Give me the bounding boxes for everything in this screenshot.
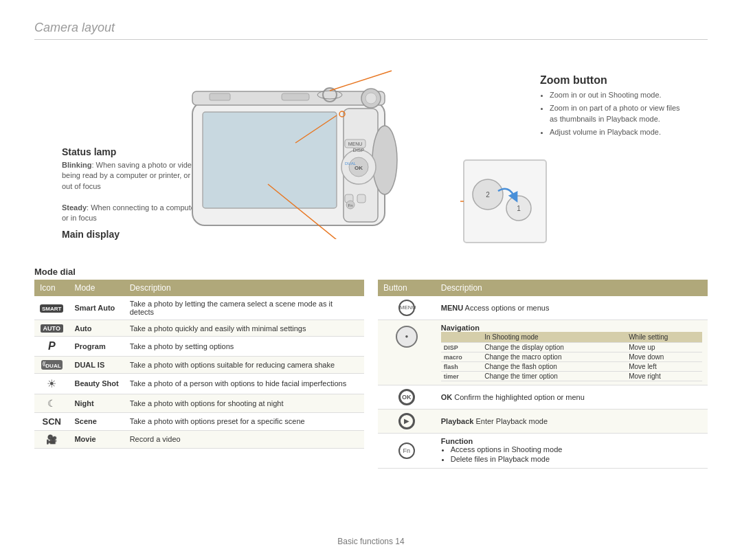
svg-point-7 (323, 88, 337, 102)
page: Camera layout Status lamp Blinking: When… (0, 0, 742, 560)
btn-description: Function Access options in Shooting mode… (436, 434, 708, 469)
diagram-area: Status lamp Blinking: When saving a phot… (34, 47, 708, 260)
btn-col-description: Description (436, 280, 708, 296)
table-row: Fn Function Access options in Shooting m… (378, 434, 708, 469)
tables-section: Mode dial Icon Mode Description SMART Sm… (34, 267, 708, 469)
col-mode: Mode (69, 280, 124, 296)
zoom-button-title: Zoom button (540, 74, 687, 87)
btn-label: Function (441, 437, 473, 445)
mode-icon: ☀ (34, 373, 69, 394)
svg-rect-5 (210, 93, 230, 100)
mode-description: Take a photo by letting the camera selec… (124, 296, 364, 320)
mode-icon: ☾ (34, 394, 69, 412)
btn-label: OK (441, 393, 453, 401)
btn-label: Playback (441, 417, 474, 425)
mode-dial-table: Icon Mode Description SMART Smart Auto T… (34, 280, 364, 449)
btn-description: Navigation In Shooting modeWhile setting… (436, 320, 708, 385)
svg-text:DISP: DISP (353, 148, 365, 153)
table-row: OK OK Confirm the highlighted option or … (378, 385, 708, 410)
btn-icon-cell: ● (378, 320, 436, 385)
mode-icon: ((DUAL (34, 357, 69, 374)
page-number: 14 (395, 537, 404, 546)
svg-line-22 (330, 71, 392, 91)
footer: Basic functions 14 (0, 537, 742, 546)
button-section: Button Description MENU MENU Access opti… (378, 267, 708, 469)
btn-icon-cell: Fn (378, 434, 436, 469)
mode-icon: AUTO (34, 320, 69, 337)
btn-label: Navigation (441, 324, 480, 332)
mode-name: Smart Auto (69, 296, 124, 320)
zoom-button-label: Zoom button Zoom in or out in Shooting m… (540, 74, 687, 139)
zoom-bullet-3: Adjust volume in Playback mode. (550, 126, 687, 138)
svg-rect-18 (357, 194, 366, 203)
table-row: SMART Smart Auto Take a photo by letting… (34, 296, 364, 320)
btn-col-button: Button (378, 280, 436, 296)
table-row: ((DUAL DUAL IS Take a photo with options… (34, 357, 364, 374)
svg-point-4 (372, 126, 397, 194)
main-display-title: Main display (62, 229, 120, 240)
camera-diagram: OK DISP MENU DUAL (172, 60, 433, 241)
btn-description: OK Confirm the highlighted option or men… (436, 385, 708, 410)
table-row: AUTO Auto Take a photo quickly and easil… (34, 320, 364, 337)
detail-svg: 2 1 (460, 157, 550, 246)
mode-icon: SCN (34, 412, 69, 430)
camera-svg: OK DISP MENU DUAL (172, 60, 433, 239)
mode-name: DUAL IS (69, 357, 124, 374)
btn-icon-cell: ▶ (378, 410, 436, 434)
table-row: ☾ Night Take a photo with options for sh… (34, 394, 364, 412)
button-table-body: MENU MENU Access options or menus ● Navi… (378, 296, 708, 469)
svg-text:2: 2 (486, 191, 490, 199)
svg-point-10 (366, 93, 376, 104)
mode-name: Movie (69, 430, 124, 448)
mode-icon: SMART (34, 296, 69, 320)
mode-dial-body: SMART Smart Auto Take a photo by letting… (34, 296, 364, 448)
btn-description: Playback Enter Playback mode (436, 410, 708, 434)
mode-description: Take a photo with options for shooting a… (124, 394, 364, 412)
mode-name: Program (69, 337, 124, 357)
mode-description: Take a photo with options suitable for r… (124, 357, 364, 374)
button-table: Button Description MENU MENU Access opti… (378, 280, 708, 469)
table-row: P Program Take a photo by setting option… (34, 337, 364, 357)
btn-bullets: Access options in Shooting modeDelete fi… (451, 445, 702, 463)
main-display-label: Main display (62, 229, 120, 240)
svg-rect-6 (282, 93, 309, 100)
mode-name: Auto (69, 320, 124, 337)
mode-name: Scene (69, 412, 124, 430)
mode-icon: P (34, 337, 69, 357)
svg-text:MENU: MENU (348, 142, 363, 146)
svg-text:1: 1 (517, 205, 521, 212)
col-icon: Icon (34, 280, 69, 296)
table-row: ☀ Beauty Shot Take a photo of a person w… (34, 373, 364, 394)
mode-description: Take a photo by setting options (124, 337, 364, 357)
mode-description: Take a photo quickly and easily with min… (124, 320, 364, 337)
mode-dial-section: Mode dial Icon Mode Description SMART Sm… (34, 267, 364, 469)
svg-rect-1 (203, 112, 337, 208)
mode-description: Take a photo with options preset for a s… (124, 412, 364, 430)
zoom-button-bullets: Zoom in or out in Shooting mode. Zoom in… (550, 89, 687, 137)
btn-label: MENU (441, 304, 463, 312)
zoom-bullet-1: Zoom in or out in Shooting mode. (550, 89, 687, 101)
zoom-bullet-2: Zoom in on part of a photo or view files… (550, 102, 687, 125)
page-title: Camera layout (34, 21, 708, 40)
btn-description: MENU Access options or menus (436, 296, 708, 320)
table-row: ● Navigation In Shooting modeWhile setti… (378, 320, 708, 385)
table-row: SCN Scene Take a photo with options pres… (34, 412, 364, 430)
svg-text:DUAL: DUAL (345, 161, 357, 166)
svg-text:OK: OK (355, 165, 363, 171)
mode-dial-title: Mode dial (34, 267, 364, 277)
button-section-title (378, 267, 708, 277)
svg-text:Fn: Fn (348, 203, 352, 208)
table-row: MENU MENU Access options or menus (378, 296, 708, 320)
table-row: ▶ Playback Enter Playback mode (378, 410, 708, 434)
table-row: 🎥 Movie Record a video (34, 430, 364, 448)
btn-icon-cell: MENU (378, 296, 436, 320)
detail-image: 2 1 (460, 157, 550, 248)
footer-text: Basic functions (337, 537, 393, 546)
mode-name: Beauty Shot (69, 373, 124, 394)
col-description: Description (124, 280, 364, 296)
mode-icon: 🎥 (34, 430, 69, 448)
mode-name: Night (69, 394, 124, 412)
btn-icon-cell: OK (378, 385, 436, 410)
mode-description: Record a video (124, 430, 364, 448)
mode-description: Take a photo of a person with options to… (124, 373, 364, 394)
